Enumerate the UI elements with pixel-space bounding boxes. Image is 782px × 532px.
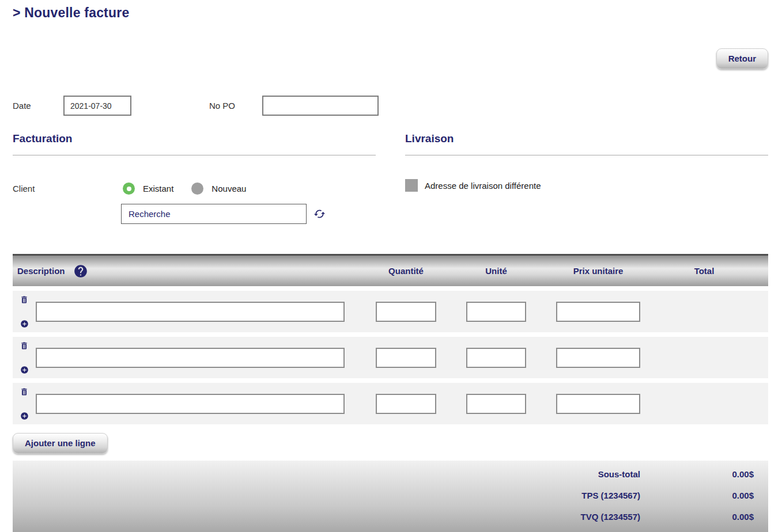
row-2-actions <box>13 340 36 375</box>
row-1-actions <box>13 294 36 329</box>
add-line-button[interactable]: Ajouter une ligne <box>13 433 108 454</box>
page-title: > Nouvelle facture <box>13 0 768 21</box>
unit-input[interactable] <box>466 394 526 414</box>
delete-row-button[interactable] <box>20 295 29 305</box>
unit-price-input[interactable] <box>556 302 640 322</box>
subtotal-row: Sous-total 0.00$ <box>13 463 768 485</box>
items-table-header: Description Quantité Unité Prix unitaire… <box>13 254 768 286</box>
different-address-checkbox[interactable] <box>405 179 418 192</box>
toolbar: Retour <box>13 48 768 69</box>
total-row: Total 0.00$ <box>13 527 768 532</box>
date-input[interactable] <box>63 96 131 116</box>
shipping-section: Livraison Adresse de livraison différent… <box>405 132 768 224</box>
radio-client-new[interactable]: Nouveau <box>191 183 246 195</box>
plus-circle-icon <box>20 412 29 420</box>
address-sections: Facturation Client Existant Nouveau <box>13 132 768 224</box>
date-label: Date <box>13 101 63 111</box>
subtotal-label: Sous-total <box>13 469 640 479</box>
invoice-meta-row: Date No PO <box>13 96 768 116</box>
radio-unselected-icon <box>191 183 203 195</box>
description-input[interactable] <box>36 348 345 368</box>
tps-value: 0.00$ <box>640 491 768 500</box>
unit-price-input[interactable] <box>556 348 640 368</box>
description-input[interactable] <box>36 302 345 322</box>
column-header-total: Total <box>640 266 768 276</box>
row-3-actions <box>13 386 36 421</box>
new-invoice-page: > Nouvelle facture Retour Date No PO Fac… <box>13 0 768 532</box>
different-address-label: Adresse de livraison différente <box>425 181 541 191</box>
item-row-1 <box>13 291 768 332</box>
radio-client-existing[interactable]: Existant <box>123 183 173 195</box>
delete-row-button[interactable] <box>20 341 29 351</box>
tvq-value: 0.00$ <box>640 512 768 522</box>
item-row-2 <box>13 337 768 378</box>
refresh-button[interactable] <box>313 208 326 220</box>
add-row-bar: Ajouter une ligne <box>13 433 768 454</box>
trash-icon <box>20 341 29 351</box>
radio-existing-label: Existant <box>143 184 173 193</box>
description-help-button[interactable] <box>73 264 88 279</box>
unit-price-input[interactable] <box>556 394 640 414</box>
client-search-input[interactable] <box>121 204 307 224</box>
back-button[interactable]: Retour <box>716 48 768 69</box>
insert-row-button[interactable] <box>20 412 29 420</box>
quantity-input[interactable] <box>376 348 436 368</box>
unit-input[interactable] <box>466 348 526 368</box>
client-label: Client <box>13 184 123 193</box>
tvq-label: TVQ (1234557) <box>13 512 640 522</box>
column-header-unit-price: Prix unitaire <box>556 266 640 276</box>
radio-dot <box>127 187 131 191</box>
delete-row-button[interactable] <box>20 387 29 397</box>
different-address-row: Adresse de livraison différente <box>405 179 768 192</box>
help-icon <box>73 264 88 279</box>
client-search-row <box>121 204 376 224</box>
quantity-input[interactable] <box>376 394 436 414</box>
tps-row: TPS (1234567) 0.00$ <box>13 485 768 506</box>
radio-selected-icon <box>123 183 135 195</box>
quantity-input[interactable] <box>376 302 436 322</box>
plus-circle-icon <box>20 366 29 374</box>
insert-row-button[interactable] <box>20 366 29 374</box>
radio-new-label: Nouveau <box>211 184 246 193</box>
column-header-description: Description <box>13 264 345 279</box>
po-label: No PO <box>209 101 235 111</box>
description-input[interactable] <box>36 394 345 414</box>
trash-icon <box>20 295 29 305</box>
billing-section: Facturation Client Existant Nouveau <box>13 132 376 224</box>
unit-input[interactable] <box>466 302 526 322</box>
insert-row-button[interactable] <box>20 320 29 328</box>
tps-label: TPS (1234567) <box>13 491 640 500</box>
client-type-row: Client Existant Nouveau <box>13 183 376 195</box>
shipping-heading: Livraison <box>405 132 768 155</box>
totals-block: Sous-total 0.00$ TPS (1234567) 0.00$ TVQ… <box>13 461 768 532</box>
trash-icon <box>20 387 29 397</box>
column-header-quantity: Quantité <box>376 266 436 276</box>
plus-circle-icon <box>20 320 29 328</box>
subtotal-value: 0.00$ <box>640 469 768 479</box>
po-input[interactable] <box>262 96 379 116</box>
column-header-unit: Unité <box>466 266 526 276</box>
billing-heading: Facturation <box>13 132 376 155</box>
item-row-3 <box>13 383 768 424</box>
refresh-icon <box>313 208 326 220</box>
tvq-row: TVQ (1234557) 0.00$ <box>13 506 768 527</box>
